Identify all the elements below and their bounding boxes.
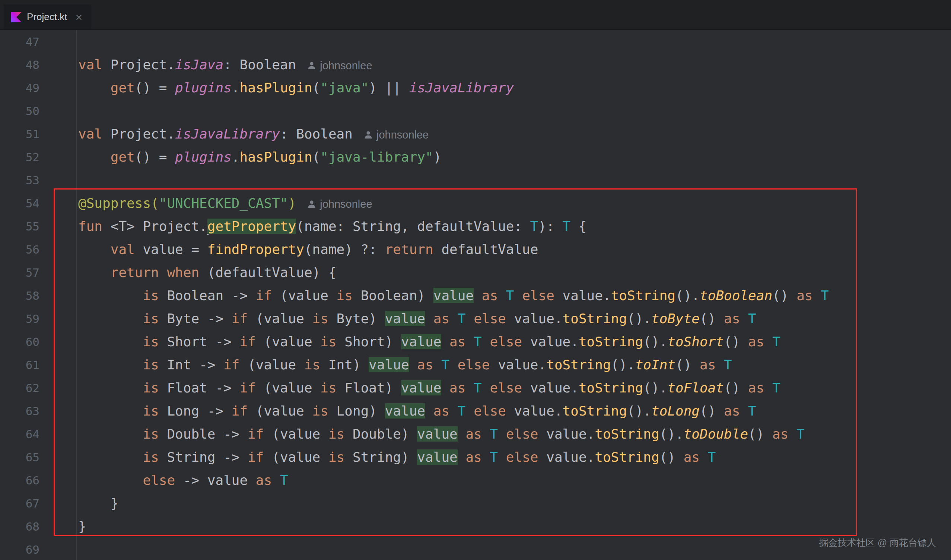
code-token: T: [474, 380, 482, 395]
code-line[interactable]: 49 get() = plugins.hasPlugin("java") || …: [0, 76, 951, 99]
tab-close-icon[interactable]: ×: [75, 11, 82, 23]
author-inlay-hint[interactable]: johnsonlee: [307, 192, 372, 215]
code-line[interactable]: 67 }: [0, 492, 951, 515]
line-number[interactable]: 48: [0, 53, 40, 76]
code-token: [449, 357, 458, 372]
code-line[interactable]: 62 is Float -> if (value is Float) value…: [0, 377, 951, 400]
line-number[interactable]: 54: [0, 192, 40, 215]
code-token: ().: [643, 334, 667, 349]
code-token: if: [240, 334, 256, 349]
line-number[interactable]: 65: [0, 446, 40, 469]
code-token: T: [489, 449, 498, 465]
line-number[interactable]: 53: [0, 169, 40, 192]
code-token: ):: [538, 218, 562, 234]
line-number[interactable]: 58: [0, 284, 40, 307]
line-number[interactable]: 61: [0, 353, 40, 377]
code-line[interactable]: 64 is Double -> if (value is Double) val…: [0, 423, 951, 446]
code-token: hasPlugin: [240, 149, 312, 165]
author-inlay-hint[interactable]: johnsonlee: [364, 123, 429, 146]
line-number[interactable]: 49: [0, 76, 40, 99]
line-number[interactable]: 50: [0, 99, 40, 123]
code-token: (): [700, 403, 724, 418]
line-number[interactable]: 47: [0, 30, 40, 53]
code-line[interactable]: 66 else -> value as T: [0, 469, 951, 492]
code-token: [441, 380, 449, 395]
line-number[interactable]: 67: [0, 492, 40, 515]
line-number[interactable]: 52: [0, 146, 40, 169]
code-line[interactable]: 54@Suppress("UNCHECKED_CAST")johnsonlee: [0, 192, 951, 215]
code-line[interactable]: 51val Project.isJavaLibrary: Booleanjohn…: [0, 123, 951, 146]
line-number[interactable]: 59: [0, 307, 40, 330]
code-token: toInt: [635, 357, 676, 372]
code-token: (name: String, defaultValue:: [296, 218, 530, 234]
code-line[interactable]: 65 is String -> if (value is String) val…: [0, 446, 951, 469]
code-line[interactable]: 61 is Int -> if (value is Int) value as …: [0, 353, 951, 377]
code-token: toString: [595, 426, 659, 442]
code-token: [434, 357, 442, 372]
code-line[interactable]: 57 return when (defaultValue) {: [0, 261, 951, 284]
code-content: [40, 538, 78, 560]
author-name: johnsonlee: [377, 123, 429, 146]
code-token: as: [684, 449, 700, 465]
code-token: (value: [256, 334, 320, 349]
code-token: value.: [554, 288, 611, 303]
code-token: [474, 288, 482, 303]
code-token: get: [111, 80, 135, 95]
code-token: else: [506, 426, 539, 442]
code-token: T: [748, 311, 756, 326]
line-number[interactable]: 51: [0, 123, 40, 146]
code-token: [409, 357, 417, 372]
code-token: value: [417, 426, 457, 442]
code-line[interactable]: 60 is Short -> if (value is Short) value…: [0, 330, 951, 353]
line-number[interactable]: 69: [0, 538, 40, 560]
code-token: (): [700, 311, 724, 326]
code-token: Project.: [102, 126, 175, 142]
line-number[interactable]: 56: [0, 238, 40, 261]
code-token: ): [288, 195, 296, 211]
code-content: [40, 99, 78, 123]
editor-tab-project-kt[interactable]: Project.kt ×: [4, 5, 91, 29]
author-inlay-hint[interactable]: johnsonlee: [307, 54, 372, 77]
line-number[interactable]: 60: [0, 330, 40, 353]
code-line[interactable]: 50: [0, 99, 951, 123]
code-token: (): [724, 334, 748, 349]
code-token: (): [772, 288, 797, 303]
code-line[interactable]: 55fun <T> Project.getProperty(name: Stri…: [0, 215, 951, 238]
line-number[interactable]: 68: [0, 515, 40, 538]
code-token: Int): [320, 357, 369, 372]
line-number[interactable]: 66: [0, 469, 40, 492]
code-line[interactable]: 59 is Byte -> if (value is Byte) value a…: [0, 307, 951, 330]
code-line[interactable]: 58 is Boolean -> if (value is Boolean) v…: [0, 284, 951, 307]
code-token: T: [772, 334, 780, 349]
code-line[interactable]: 68}: [0, 515, 951, 538]
code-token: if: [240, 380, 256, 395]
line-number[interactable]: 64: [0, 423, 40, 446]
line-number[interactable]: 57: [0, 261, 40, 284]
code-line[interactable]: 47: [0, 30, 951, 53]
code-line[interactable]: 56 val value = findProperty(name) ?: ret…: [0, 238, 951, 261]
line-number[interactable]: 55: [0, 215, 40, 238]
code-token: T: [772, 380, 780, 395]
code-editor[interactable]: 4748val Project.isJava: Booleanjohnsonle…: [0, 30, 951, 560]
code-content: [40, 30, 78, 53]
code-token: isJavaLibrary: [175, 126, 280, 142]
line-number[interactable]: 63: [0, 400, 40, 423]
code-token: (): [748, 426, 772, 442]
code-line[interactable]: 48val Project.isJava: Booleanjohnsonlee: [0, 53, 951, 76]
code-token: (): [724, 380, 748, 395]
code-token: toShort: [667, 334, 724, 349]
code-token: [788, 426, 797, 442]
code-token: else: [474, 403, 506, 418]
code-token: toString: [563, 311, 627, 326]
code-token: T: [708, 449, 716, 465]
line-number[interactable]: 62: [0, 377, 40, 400]
code-line[interactable]: 52 get() = plugins.hasPlugin("java-libra…: [0, 146, 951, 169]
code-line[interactable]: 53: [0, 169, 951, 192]
code-token: "java-library": [320, 149, 433, 165]
code-line[interactable]: 63 is Long -> if (value is Long) value a…: [0, 400, 951, 423]
code-token: <T> Project.: [102, 218, 208, 234]
code-content: is Double -> if (value is Double) value …: [40, 423, 805, 446]
code-line[interactable]: 69: [0, 538, 951, 560]
code-token: as: [748, 380, 764, 395]
code-token: [465, 334, 474, 349]
